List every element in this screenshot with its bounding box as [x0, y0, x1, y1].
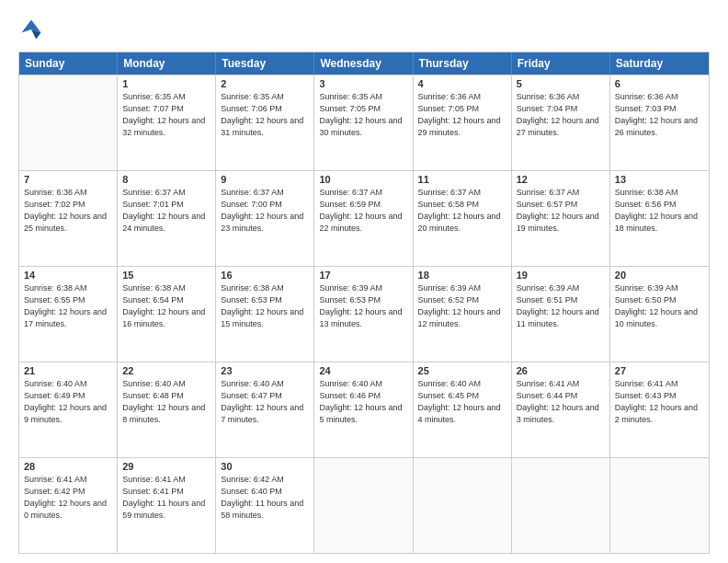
day-number: 23 — [221, 365, 309, 376]
day-info: Sunrise: 6:38 AM Sunset: 6:54 PM Dayligh… — [122, 282, 210, 330]
day-number: 11 — [418, 174, 506, 185]
calendar-body: 1Sunrise: 6:35 AM Sunset: 7:07 PM Daylig… — [19, 75, 709, 553]
day-number: 18 — [418, 270, 506, 281]
cal-cell-8: 8Sunrise: 6:37 AM Sunset: 7:01 PM Daylig… — [118, 171, 216, 266]
cal-cell-10: 10Sunrise: 6:37 AM Sunset: 6:59 PM Dayli… — [314, 171, 413, 266]
cal-cell-13: 13Sunrise: 6:38 AM Sunset: 6:56 PM Dayli… — [610, 171, 709, 266]
header-day-monday: Monday — [118, 52, 216, 75]
cal-cell-9: 9Sunrise: 6:37 AM Sunset: 7:00 PM Daylig… — [216, 171, 314, 266]
calendar: SundayMondayTuesdayWednesdayThursdayFrid… — [18, 52, 710, 554]
cal-cell-empty-4-5 — [512, 458, 610, 553]
cal-cell-empty-4-6 — [610, 458, 709, 553]
cal-cell-4: 4Sunrise: 6:36 AM Sunset: 7:05 PM Daylig… — [414, 75, 512, 170]
day-info: Sunrise: 6:36 AM Sunset: 7:04 PM Dayligh… — [517, 91, 605, 139]
header-day-friday: Friday — [512, 52, 610, 75]
cal-cell-6: 6Sunrise: 6:36 AM Sunset: 7:03 PM Daylig… — [610, 75, 709, 170]
cal-cell-19: 19Sunrise: 6:39 AM Sunset: 6:51 PM Dayli… — [512, 267, 610, 362]
day-info: Sunrise: 6:38 AM Sunset: 6:56 PM Dayligh… — [615, 187, 704, 235]
day-number: 30 — [221, 461, 309, 472]
day-info: Sunrise: 6:39 AM Sunset: 6:50 PM Dayligh… — [615, 282, 704, 330]
day-info: Sunrise: 6:42 AM Sunset: 6:40 PM Dayligh… — [221, 474, 309, 522]
day-info: Sunrise: 6:37 AM Sunset: 7:00 PM Dayligh… — [221, 187, 309, 235]
cal-cell-24: 24Sunrise: 6:40 AM Sunset: 6:46 PM Dayli… — [314, 362, 413, 457]
cal-cell-11: 11Sunrise: 6:37 AM Sunset: 6:58 PM Dayli… — [414, 171, 512, 266]
cal-cell-29: 29Sunrise: 6:41 AM Sunset: 6:41 PM Dayli… — [118, 458, 216, 553]
cal-cell-25: 25Sunrise: 6:40 AM Sunset: 6:45 PM Dayli… — [414, 362, 512, 457]
day-number: 22 — [122, 365, 210, 376]
day-number: 7 — [24, 174, 112, 185]
day-number: 10 — [319, 174, 407, 185]
header — [18, 17, 710, 42]
cal-cell-14: 14Sunrise: 6:38 AM Sunset: 6:55 PM Dayli… — [19, 267, 118, 362]
cal-cell-20: 20Sunrise: 6:39 AM Sunset: 6:50 PM Dayli… — [610, 267, 709, 362]
day-number: 21 — [24, 365, 112, 376]
day-info: Sunrise: 6:39 AM Sunset: 6:53 PM Dayligh… — [319, 282, 407, 330]
cal-cell-23: 23Sunrise: 6:40 AM Sunset: 6:47 PM Dayli… — [216, 362, 314, 457]
cal-cell-empty-4-3 — [314, 458, 413, 553]
day-number: 17 — [319, 270, 407, 281]
day-info: Sunrise: 6:41 AM Sunset: 6:43 PM Dayligh… — [615, 378, 704, 426]
day-number: 25 — [418, 365, 506, 376]
header-day-saturday: Saturday — [610, 52, 709, 75]
cal-cell-1: 1Sunrise: 6:35 AM Sunset: 7:07 PM Daylig… — [118, 75, 216, 170]
day-number: 4 — [418, 78, 506, 89]
day-number: 24 — [319, 365, 407, 376]
cal-cell-2: 2Sunrise: 6:35 AM Sunset: 7:06 PM Daylig… — [216, 75, 314, 170]
calendar-header: SundayMondayTuesdayWednesdayThursdayFrid… — [19, 52, 709, 75]
logo-icon — [18, 17, 44, 42]
day-number: 3 — [319, 78, 407, 89]
header-day-wednesday: Wednesday — [314, 52, 413, 75]
day-number: 13 — [615, 174, 704, 185]
day-info: Sunrise: 6:39 AM Sunset: 6:52 PM Dayligh… — [418, 282, 506, 330]
day-info: Sunrise: 6:40 AM Sunset: 6:47 PM Dayligh… — [221, 378, 309, 426]
day-info: Sunrise: 6:37 AM Sunset: 6:59 PM Dayligh… — [319, 187, 407, 235]
cal-cell-28: 28Sunrise: 6:41 AM Sunset: 6:42 PM Dayli… — [19, 458, 118, 553]
day-number: 27 — [615, 365, 704, 376]
week-row-5: 28Sunrise: 6:41 AM Sunset: 6:42 PM Dayli… — [19, 457, 709, 553]
day-info: Sunrise: 6:36 AM Sunset: 7:02 PM Dayligh… — [24, 187, 112, 235]
day-number: 2 — [221, 78, 309, 89]
svg-marker-0 — [22, 20, 41, 33]
header-day-thursday: Thursday — [414, 52, 512, 75]
day-number: 26 — [517, 365, 605, 376]
cal-cell-12: 12Sunrise: 6:37 AM Sunset: 6:57 PM Dayli… — [512, 171, 610, 266]
cal-cell-3: 3Sunrise: 6:35 AM Sunset: 7:05 PM Daylig… — [314, 75, 413, 170]
day-info: Sunrise: 6:40 AM Sunset: 6:46 PM Dayligh… — [319, 378, 407, 426]
cal-cell-30: 30Sunrise: 6:42 AM Sunset: 6:40 PM Dayli… — [216, 458, 314, 553]
day-info: Sunrise: 6:35 AM Sunset: 7:07 PM Dayligh… — [122, 91, 210, 139]
day-info: Sunrise: 6:36 AM Sunset: 7:03 PM Dayligh… — [615, 91, 704, 139]
day-info: Sunrise: 6:35 AM Sunset: 7:05 PM Dayligh… — [319, 91, 407, 139]
day-info: Sunrise: 6:40 AM Sunset: 6:49 PM Dayligh… — [24, 378, 112, 426]
cal-cell-26: 26Sunrise: 6:41 AM Sunset: 6:44 PM Dayli… — [512, 362, 610, 457]
day-info: Sunrise: 6:40 AM Sunset: 6:48 PM Dayligh… — [122, 378, 210, 426]
day-number: 19 — [517, 270, 605, 281]
day-info: Sunrise: 6:41 AM Sunset: 6:44 PM Dayligh… — [517, 378, 605, 426]
day-info: Sunrise: 6:41 AM Sunset: 6:41 PM Dayligh… — [122, 474, 210, 522]
week-row-1: 1Sunrise: 6:35 AM Sunset: 7:07 PM Daylig… — [19, 75, 709, 170]
cal-cell-7: 7Sunrise: 6:36 AM Sunset: 7:02 PM Daylig… — [19, 171, 118, 266]
day-number: 29 — [122, 461, 210, 472]
cal-cell-16: 16Sunrise: 6:38 AM Sunset: 6:53 PM Dayli… — [216, 267, 314, 362]
cal-cell-15: 15Sunrise: 6:38 AM Sunset: 6:54 PM Dayli… — [118, 267, 216, 362]
header-day-tuesday: Tuesday — [216, 52, 314, 75]
day-info: Sunrise: 6:35 AM Sunset: 7:06 PM Dayligh… — [221, 91, 309, 139]
day-info: Sunrise: 6:38 AM Sunset: 6:53 PM Dayligh… — [221, 282, 309, 330]
day-info: Sunrise: 6:37 AM Sunset: 6:58 PM Dayligh… — [418, 187, 506, 235]
day-number: 20 — [615, 270, 704, 281]
week-row-4: 21Sunrise: 6:40 AM Sunset: 6:49 PM Dayli… — [19, 362, 709, 457]
day-info: Sunrise: 6:38 AM Sunset: 6:55 PM Dayligh… — [24, 282, 112, 330]
cal-cell-21: 21Sunrise: 6:40 AM Sunset: 6:49 PM Dayli… — [19, 362, 118, 457]
day-info: Sunrise: 6:41 AM Sunset: 6:42 PM Dayligh… — [24, 474, 112, 522]
week-row-2: 7Sunrise: 6:36 AM Sunset: 7:02 PM Daylig… — [19, 170, 709, 266]
day-number: 15 — [122, 270, 210, 281]
page: SundayMondayTuesdayWednesdayThursdayFrid… — [0, 0, 728, 563]
day-info: Sunrise: 6:37 AM Sunset: 7:01 PM Dayligh… — [122, 187, 210, 235]
day-info: Sunrise: 6:36 AM Sunset: 7:05 PM Dayligh… — [418, 91, 506, 139]
day-info: Sunrise: 6:40 AM Sunset: 6:45 PM Dayligh… — [418, 378, 506, 426]
day-number: 16 — [221, 270, 309, 281]
day-number: 14 — [24, 270, 112, 281]
day-number: 12 — [517, 174, 605, 185]
day-info: Sunrise: 6:37 AM Sunset: 6:57 PM Dayligh… — [517, 187, 605, 235]
cal-cell-17: 17Sunrise: 6:39 AM Sunset: 6:53 PM Dayli… — [314, 267, 413, 362]
day-number: 6 — [615, 78, 704, 89]
